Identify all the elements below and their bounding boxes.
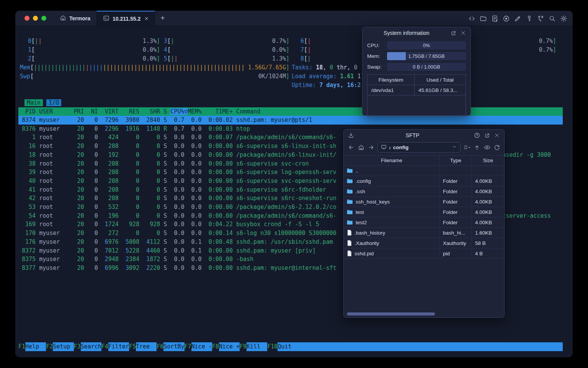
new-tab-button[interactable]: + bbox=[155, 11, 170, 26]
file-row[interactable]: sshd.pidpid4 B bbox=[344, 248, 504, 259]
fkey-label-search[interactable]: Search bbox=[81, 342, 101, 351]
code-icon[interactable] bbox=[468, 15, 475, 22]
file-row[interactable]: .bash_historybash_hi...1.60KB bbox=[344, 228, 504, 238]
close-window-button[interactable] bbox=[24, 16, 29, 21]
htop-tab-i-o[interactable]: I/O bbox=[46, 99, 61, 106]
file-type: pid bbox=[440, 248, 472, 258]
fkey-label-nice-[interactable]: Nice + bbox=[219, 342, 240, 351]
folder-icon bbox=[347, 220, 353, 225]
edit-icon[interactable] bbox=[514, 15, 521, 22]
file-name: .. bbox=[356, 168, 359, 174]
file-row[interactable]: testFolder4.00KB bbox=[344, 207, 504, 217]
close-tab-icon[interactable]: ✕ bbox=[144, 16, 149, 21]
file-row[interactable]: ssh_host_keysFolder4.00KB bbox=[344, 197, 504, 207]
filesystem-row[interactable]: /dev/vda145.61GB / 58.3... bbox=[368, 85, 466, 95]
settings-icon[interactable] bbox=[560, 15, 567, 22]
file-table-header[interactable]: Filename Type Size bbox=[344, 155, 504, 166]
fkey-f7[interactable]: F7 bbox=[185, 342, 191, 351]
file-row[interactable]: .configFolder4.00KB bbox=[344, 176, 504, 186]
tab-termora-label: Termora bbox=[69, 15, 90, 21]
file-name: .bash_history bbox=[354, 230, 385, 236]
fkey-f6[interactable]: F6 bbox=[157, 342, 163, 351]
bookmark-dropdown-arrow bbox=[468, 146, 470, 149]
file-row[interactable]: test2Folder4.00KB bbox=[344, 217, 504, 228]
file-list: ...configFolder4.00KB.sshFolder4.00KBssh… bbox=[344, 166, 504, 317]
sort-column-cpu[interactable]: CPU%▽ bbox=[170, 108, 188, 115]
file-type: Xauthority bbox=[440, 238, 472, 248]
file-size: 4.00KB bbox=[472, 186, 504, 196]
stat-progress-bar: 0% bbox=[387, 41, 466, 49]
column-type[interactable]: Type bbox=[440, 156, 472, 165]
tab-termora[interactable]: Termora bbox=[54, 11, 96, 26]
fkey-label-setup[interactable]: Setup bbox=[53, 342, 74, 351]
zoom-window-button[interactable] bbox=[41, 16, 46, 21]
folder-icon[interactable] bbox=[480, 15, 487, 22]
keychain-icon[interactable] bbox=[537, 15, 544, 22]
search-icon[interactable] bbox=[549, 15, 556, 22]
fkey-f4[interactable]: F4 bbox=[101, 342, 108, 351]
fkey-label-nice-[interactable]: Nice - bbox=[191, 342, 212, 351]
fkey-f10[interactable]: F10 bbox=[267, 342, 278, 351]
key-icon[interactable] bbox=[526, 15, 533, 22]
bookmark-icon[interactable] bbox=[464, 144, 470, 151]
process-table-header[interactable]: PID USER PRI NI VIRT RES SHR S CPU%▽MEM%… bbox=[18, 107, 563, 116]
filesystem-table-header[interactable]: FilesystemUsed / Total bbox=[368, 75, 466, 85]
fkey-label-sortby[interactable]: SortBy bbox=[163, 342, 184, 351]
fkey-label-kill[interactable]: Kill bbox=[247, 342, 267, 351]
filesystem-table: FilesystemUsed / Total/dev/vda145.61GB /… bbox=[367, 74, 466, 117]
cpu-meter-1: 1[0.0%] bbox=[28, 46, 160, 54]
path-breadcrumb[interactable]: › config bbox=[377, 142, 461, 153]
cpu-meter-0: 0[||1.3%] bbox=[28, 37, 160, 46]
record-icon[interactable] bbox=[503, 15, 510, 22]
help-icon[interactable] bbox=[474, 132, 480, 139]
fkey-label-filter[interactable]: Filter bbox=[108, 342, 129, 351]
external-link-icon[interactable] bbox=[483, 132, 490, 139]
forward-icon[interactable] bbox=[368, 144, 374, 151]
stat-mem: Mem:1.75GB / 7.65GB bbox=[367, 52, 466, 60]
close-icon[interactable] bbox=[493, 132, 500, 139]
fkey-f2[interactable]: F2 bbox=[46, 342, 53, 351]
titlebar-toolbar bbox=[468, 11, 567, 26]
download-icon[interactable] bbox=[348, 132, 354, 139]
file-row[interactable]: .XauthorityXauthority58 B bbox=[344, 238, 504, 248]
close-icon[interactable] bbox=[460, 30, 467, 36]
system-information-titlebar: System information bbox=[363, 27, 470, 39]
process-row[interactable]: 8374 myuser 20 0 7296 3980 2840 S 0.7 0.… bbox=[18, 116, 563, 125]
tab-host[interactable]: 10.211.55.2 ✕ bbox=[96, 11, 155, 26]
file-row[interactable]: .. bbox=[344, 166, 504, 176]
fkey-label-help[interactable]: Help bbox=[25, 342, 46, 351]
external-link-icon[interactable] bbox=[450, 30, 457, 36]
breadcrumb-separator: › bbox=[389, 145, 391, 151]
cpu-meter-5: 5[||1.3%] bbox=[164, 54, 289, 63]
fkey-f5[interactable]: F5 bbox=[129, 342, 136, 351]
back-icon[interactable] bbox=[348, 144, 354, 151]
eye-icon[interactable] bbox=[483, 144, 490, 151]
home-icon[interactable] bbox=[358, 144, 364, 151]
column-filename[interactable]: Filename bbox=[344, 156, 440, 165]
fkey-label-tree[interactable]: Tree bbox=[136, 342, 157, 351]
stat-cpu: CPU:0% bbox=[367, 41, 466, 49]
fkey-f1[interactable]: F1 bbox=[18, 342, 25, 351]
horizontal-scrollbar[interactable] bbox=[347, 312, 435, 315]
minimize-window-button[interactable] bbox=[33, 16, 38, 21]
file-name: ssh_host_keys bbox=[356, 199, 390, 205]
refresh-icon[interactable] bbox=[493, 144, 500, 151]
file-icon bbox=[347, 250, 352, 256]
title-bar: Termora 10.211.55.2 ✕ + bbox=[15, 11, 573, 26]
log-icon[interactable] bbox=[491, 15, 498, 22]
fkey-f9[interactable]: F9 bbox=[240, 342, 247, 351]
fkey-f8[interactable]: F8 bbox=[212, 342, 219, 351]
file-row[interactable]: .sshFolder4.00KB bbox=[344, 186, 504, 197]
cpu-meter-4: 4[0.0%] bbox=[164, 46, 289, 54]
stat-label: Mem: bbox=[367, 53, 387, 59]
app-window: Termora 10.211.55.2 ✕ + 0[||1.3%]1[0.0%]… bbox=[15, 11, 573, 357]
column-size[interactable]: Size bbox=[472, 156, 504, 165]
up-icon[interactable] bbox=[474, 144, 480, 151]
fkey-label-quit[interactable]: Quit bbox=[278, 342, 298, 351]
file-icon bbox=[347, 240, 352, 246]
fkey-f3[interactable]: F3 bbox=[74, 342, 81, 351]
chevron-down-icon[interactable] bbox=[452, 144, 457, 151]
stat-label: Swap: bbox=[367, 64, 387, 70]
memory-meter: Mem[||||||||||||||||||||||||||||||||||||… bbox=[20, 63, 289, 72]
htop-tab-main[interactable]: Main bbox=[24, 99, 43, 106]
